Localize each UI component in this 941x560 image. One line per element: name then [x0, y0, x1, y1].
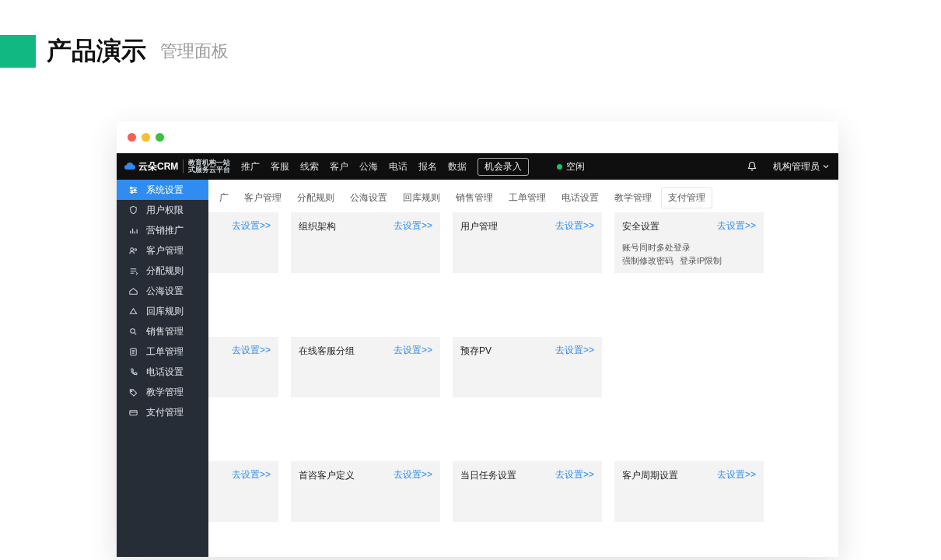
window-titlebar	[117, 121, 838, 153]
nav-signup[interactable]: 报名	[418, 160, 437, 173]
tab-teaching[interactable]: 教学管理	[608, 188, 658, 208]
go-settings-link[interactable]: 去设置>>	[394, 344, 432, 357]
window-minimize-icon[interactable]	[142, 133, 150, 142]
sidebar-item-customer-management[interactable]: 客户管理	[117, 240, 208, 261]
card-title: 客户周期设置	[622, 470, 678, 481]
window-close-icon[interactable]	[128, 133, 136, 142]
svg-rect-8	[129, 410, 136, 415]
card-title: 预存PV	[460, 345, 491, 356]
page-subtitle: 管理面板	[160, 40, 229, 63]
go-settings-link[interactable]: 去设置>>	[232, 219, 271, 233]
card-row: 去设置>> 组织架构 去设置>> 用户管理 去设置>> 安全设置 去设置>> 账…	[208, 212, 834, 273]
brand-tagline: 教育机构一站式服务云平台	[183, 159, 230, 174]
sidebar-item-sales-management[interactable]: 销售管理	[117, 321, 208, 341]
tab-customer[interactable]: 客户管理	[238, 188, 288, 208]
settings-card: 则 去设置>>	[208, 461, 278, 522]
go-settings-link[interactable]: 去设置>>	[717, 468, 756, 481]
nav-promotion[interactable]: 推广	[241, 160, 260, 173]
settings-card-online-service-groups: 在线客服分组 去设置>>	[291, 337, 440, 397]
sidebar: 系统设置 用户权限 营销推广 客户管理	[117, 180, 208, 557]
window-zoom-icon[interactable]	[156, 133, 164, 142]
nav-customers[interactable]: 客户	[330, 160, 348, 173]
nav-pool[interactable]: 公海	[359, 160, 378, 173]
tab-pool[interactable]: 公海设置	[344, 188, 394, 208]
sidebar-item-label: 销售管理	[146, 325, 184, 338]
tab-return[interactable]: 回库规则	[397, 188, 446, 208]
go-settings-link[interactable]: 去设置>>	[555, 468, 594, 481]
user-menu[interactable]: 机构管理员	[773, 160, 829, 173]
tab-sales[interactable]: 销售管理	[450, 188, 499, 208]
sidebar-item-label: 系统设置	[146, 184, 184, 197]
chevron-down-icon	[823, 161, 829, 172]
brand[interactable]: 云朵CRM 教育机构一站式服务云平台	[123, 159, 230, 174]
tab-partial[interactable]: 广	[213, 188, 235, 208]
nav-leads[interactable]: 线索	[300, 160, 319, 173]
settings-card-prestored-pv: 预存PV 去设置>>	[453, 337, 602, 397]
go-settings-link[interactable]: 去设置>>	[232, 468, 271, 481]
svg-point-5	[130, 328, 135, 333]
tab-payment[interactable]: 支付管理	[661, 187, 712, 208]
settings-card: 去设置>>	[208, 212, 278, 273]
go-settings-link[interactable]: 去设置>>	[717, 219, 756, 233]
settings-card-first-inquiry-def: 首咨客户定义 去设置>>	[291, 461, 440, 522]
cloud-logo-icon	[123, 160, 138, 173]
tab-row: 广 客户管理 分配规则 公海设置 回库规则 销售管理 工单管理 电话设置 教学管…	[208, 180, 838, 215]
sidebar-item-label: 回库规则	[146, 305, 184, 318]
doc-icon	[128, 347, 138, 357]
assign-icon	[128, 266, 138, 276]
sidebar-item-label: 客户管理	[146, 244, 184, 257]
status-label: 空闲	[566, 160, 585, 173]
status-dot-icon	[557, 164, 562, 170]
svg-point-3	[130, 247, 133, 250]
card-row: 置 去设置>> 在线客服分组 去设置>> 预存PV 去设置>>	[208, 337, 834, 397]
page-title: 产品演示	[47, 34, 146, 68]
tag-icon	[128, 387, 138, 397]
go-settings-link[interactable]: 去设置>>	[232, 344, 271, 357]
svg-point-0	[130, 187, 131, 188]
card-title: 在线客服分组	[299, 345, 355, 356]
empty-slot	[614, 337, 764, 397]
shield-icon	[128, 205, 138, 215]
opportunity-entry-button[interactable]: 机会录入	[477, 158, 529, 176]
nav-service[interactable]: 客服	[271, 160, 289, 173]
people-icon	[128, 246, 138, 256]
sidebar-item-return-rules[interactable]: 回库规则	[117, 301, 208, 321]
triangle-icon	[128, 306, 138, 317]
sidebar-item-label: 支付管理	[146, 406, 184, 419]
nav-data[interactable]: 数据	[448, 160, 467, 173]
card-sub-1: 账号同时多处登录	[622, 242, 691, 254]
nav-phone[interactable]: 电话	[389, 160, 408, 173]
go-settings-link[interactable]: 去设置>>	[555, 344, 594, 357]
card-title: 组织架构	[299, 221, 336, 232]
sidebar-item-assignment-rules[interactable]: 分配规则	[117, 261, 208, 281]
settings-card-security: 安全设置 去设置>> 账号同时多处登录 强制修改密码 登录IP限制	[614, 212, 764, 273]
sidebar-item-ticket-management[interactable]: 工单管理	[117, 341, 208, 362]
sidebar-item-payment-management[interactable]: 支付管理	[117, 402, 208, 422]
sidebar-item-system-settings[interactable]: 系统设置	[117, 180, 208, 200]
sliders-icon	[128, 185, 138, 195]
tab-ticket[interactable]: 工单管理	[502, 188, 552, 208]
chart-icon	[128, 226, 138, 236]
sidebar-item-pool-settings[interactable]: 公海设置	[117, 281, 208, 301]
go-settings-link[interactable]: 去设置>>	[555, 219, 594, 233]
tab-assignment[interactable]: 分配规则	[291, 188, 341, 208]
sidebar-item-teaching-management[interactable]: 教学管理	[117, 382, 208, 402]
content-area: 广 客户管理 分配规则 公海设置 回库规则 销售管理 工单管理 电话设置 教学管…	[208, 180, 838, 557]
sidebar-item-user-permissions[interactable]: 用户权限	[117, 200, 208, 220]
card-title: 首咨客户定义	[299, 470, 355, 481]
go-settings-link[interactable]: 去设置>>	[394, 468, 432, 481]
sidebar-item-label: 教学管理	[146, 386, 184, 399]
card-sub-2a: 强制修改密码	[622, 255, 673, 267]
user-label: 机构管理员	[773, 160, 820, 173]
bell-icon[interactable]	[747, 161, 757, 172]
sidebar-item-phone-settings[interactable]: 电话设置	[117, 362, 208, 382]
card-title: 安全设置	[622, 221, 659, 232]
sidebar-item-marketing[interactable]: 营销推广	[117, 220, 208, 240]
house-icon	[128, 286, 138, 296]
go-settings-link[interactable]: 去设置>>	[394, 219, 432, 233]
status-indicator[interactable]: 空闲	[557, 160, 585, 173]
svg-point-7	[131, 390, 131, 390]
settings-card-daily-task: 当日任务设置 去设置>>	[453, 461, 602, 522]
tab-phone[interactable]: 电话设置	[555, 188, 605, 208]
card-sub-2b: 登录IP限制	[680, 255, 722, 267]
